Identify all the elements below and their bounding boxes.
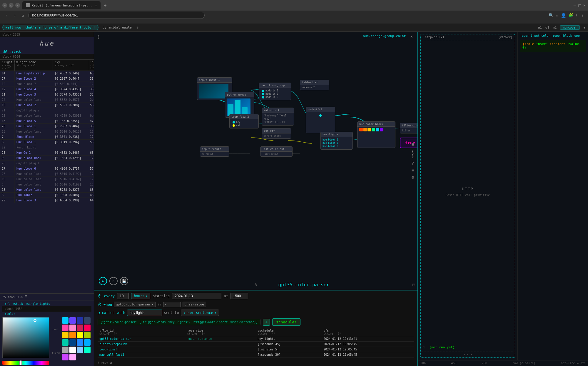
table-row[interactable]: 22 Porch Light xyxy=(0,145,94,150)
color-swatch[interactable] xyxy=(77,339,83,346)
label-n1[interactable]: n1 xyxy=(553,26,557,29)
table-row[interactable]: 11 Hue Bloom 3 [0.3374 0.4355] 33,855 xyxy=(0,92,94,97)
value-input[interactable] xyxy=(163,302,181,307)
table-row[interactable]: 26 Hue color lamp [0.5016 0.4192] 17,876 xyxy=(0,171,94,177)
table-row[interactable]: 15 Hue color lamp [0.5758 0.327] 85,083 xyxy=(0,187,94,193)
table-row[interactable]: 18 Hue color lamp [0.5016 0.4615] 17,876 xyxy=(0,129,94,134)
tab-close-button[interactable]: × xyxy=(95,4,97,7)
condition-dropdown[interactable]: :has-value xyxy=(183,302,206,307)
table-row[interactable]: 7 Shoe Bloom [0.3041 0.238] 12,754 xyxy=(0,134,94,140)
color-swatch[interactable] xyxy=(84,325,91,331)
node-close-button[interactable]: × xyxy=(410,34,413,39)
close-icon[interactable]: × xyxy=(583,3,586,8)
node-table[interactable]: table-list node-in 2 xyxy=(300,80,329,90)
color-swatch[interactable] xyxy=(69,325,76,331)
hours-dropdown[interactable]: hours ▾ xyxy=(131,293,150,299)
color-swatch[interactable] xyxy=(77,332,83,338)
table-row[interactable]: 19 Hue color lamp [0.5016 0.4182] 17,876 xyxy=(0,177,94,182)
filter-icon[interactable]: ☰ xyxy=(24,295,28,299)
table-row[interactable]: 27 Hue Bloom 2 [0.2987 0.404] 33,855 xyxy=(0,76,94,81)
minimize-icon[interactable]: — xyxy=(574,3,576,8)
refresh-icon[interactable]: ↺ xyxy=(16,295,19,299)
extension-icon[interactable]: 🧩 xyxy=(568,13,573,18)
back-button[interactable]: ‹ xyxy=(4,13,9,18)
color-swatch[interactable] xyxy=(69,339,76,346)
table-row[interactable]: 10 Hue bloom 2 [0.5321 0.288] 56,822 xyxy=(0,103,94,108)
table-row[interactable]: 21 On/Off plug 2 xyxy=(0,108,94,113)
node-loop[interactable]: loop-fitz-2 key val xyxy=(229,114,259,128)
schedule-table-row[interactable]: map-pull-fast2 [:seconds 30] 2024-01-12 … xyxy=(98,352,414,357)
color-swatch[interactable] xyxy=(77,347,83,353)
table-row[interactable]: 5 hue color lamp [0.5016 0.4192] 15,623 xyxy=(0,182,94,187)
table-row[interactable]: 28 Hue Bloom 1 [0.2987 0.404] 33,855 xyxy=(0,124,94,129)
color-swatch[interactable] xyxy=(62,317,69,324)
sent-dropdown[interactable]: :user-sentence ▾ xyxy=(181,310,219,316)
restore-icon[interactable]: □ xyxy=(578,3,581,8)
schedule-refresh-icon[interactable]: ↺ xyxy=(110,361,112,365)
color-swatch[interactable] xyxy=(84,347,91,353)
color-swatch[interactable] xyxy=(62,325,69,331)
bookmark-icon[interactable]: ☆ xyxy=(556,13,558,18)
active-tab[interactable]: Rabbit (:famous-hexagonal-se... × xyxy=(22,1,101,9)
node-python[interactable]: python-group xyxy=(225,92,254,118)
table-row[interactable]: 9 Hue bloom bool [0.1803 0.1298] 12,754 xyxy=(0,156,94,161)
play-button[interactable]: ▶ xyxy=(99,277,107,285)
color-swatch[interactable] xyxy=(84,339,91,346)
code-icon[interactable]: { } xyxy=(409,149,416,158)
settings-icon[interactable]: ⚙ xyxy=(20,295,22,299)
grid-icon[interactable]: ⊞ xyxy=(412,282,415,288)
table-row[interactable]: 23 Hue color lamp [0.4789 0.4301] 0,004 xyxy=(0,113,94,118)
bookmark-tag-eagle[interactable]: pyramidal eagle xyxy=(100,25,135,30)
label-a1[interactable]: a1 xyxy=(538,26,542,29)
minimize-button[interactable]: — xyxy=(2,3,7,8)
color-swatch[interactable] xyxy=(69,317,76,324)
color-gradient-picker[interactable] xyxy=(2,317,49,358)
search-icon[interactable]: 🔍 xyxy=(549,13,554,18)
settings2-icon[interactable]: ⚙ xyxy=(409,175,416,180)
color-cursor[interactable] xyxy=(34,319,36,322)
download-icon[interactable]: ⬇ xyxy=(576,13,578,18)
color-swatch[interactable] xyxy=(62,354,69,360)
stop-button[interactable]: ⊙ xyxy=(109,277,118,285)
table-row[interactable]: 12 Hue bloom 4 [0.3374 0.4355] 33,855 xyxy=(0,87,94,92)
label-g1[interactable]: g1 xyxy=(545,26,549,29)
menu-icon[interactable]: ⋮ xyxy=(580,13,584,18)
node-set-off[interactable]: set-off on/off state xyxy=(262,128,291,139)
noncover-button[interactable]: noncover xyxy=(560,25,579,30)
node-input-bottom[interactable]: input-result no result xyxy=(200,146,229,157)
schedule-table-row[interactable]: loop-time!! [:minutes 5] 2024-01-12 19:0… xyxy=(98,347,414,352)
hue-thumb[interactable] xyxy=(19,360,22,365)
every-value-input[interactable] xyxy=(117,293,129,299)
add-bookmark-button[interactable]: + xyxy=(136,25,139,30)
node-color-out[interactable]: list-color-out → list-output xyxy=(260,146,293,157)
table-row[interactable]: 8 Hue Bloom 1 [0.3919 0.294] 53,748 xyxy=(0,140,94,145)
table-row[interactable]: 6 End Table [0.1598 0.088] 48,698 xyxy=(0,193,94,198)
color-swatch[interactable] xyxy=(69,332,76,338)
color-swatch[interactable] xyxy=(62,332,69,338)
save-button[interactable]: 💾 xyxy=(120,277,128,285)
hue-slider[interactable] xyxy=(2,361,49,365)
color-swatch[interactable] xyxy=(69,354,76,360)
bookmark-tag-horse[interactable]: well now, that's a horse of a different … xyxy=(2,25,98,30)
forward-button[interactable]: › xyxy=(12,13,18,18)
color-swatch[interactable] xyxy=(69,347,76,353)
color-swatch[interactable] xyxy=(62,347,69,353)
node-hue-lights[interactable]: hue-lights hue-bloom 1 hue-bloom 2 hue-b… xyxy=(320,132,353,150)
color-swatch[interactable] xyxy=(77,317,83,324)
table-row[interactable]: 20 On/Off plug 1 xyxy=(0,161,94,166)
schedule-button[interactable]: schedule! xyxy=(272,318,300,326)
node-partition[interactable]: partition-group node-in 1 node-in 2 node… xyxy=(259,83,291,100)
table-row[interactable]: 29 Hue Bloom 3 [0.6364 0.298] 64,423 xyxy=(0,198,94,203)
close-window-button[interactable]: × xyxy=(15,3,20,8)
maximize-button[interactable]: □ xyxy=(9,3,14,8)
table-row[interactable]: 13 Hue Bloom 5 [0.153 0.0854] 47,818 xyxy=(0,118,94,124)
color-swatch[interactable] xyxy=(77,325,83,331)
expand-chevron[interactable]: ▾ xyxy=(583,25,586,30)
reload-button[interactable]: ↺ xyxy=(20,13,26,18)
table-row[interactable]: 17 Hue bloom 6 [0.4904 0.275] 57,827 xyxy=(0,166,94,171)
question-icon[interactable]: ? xyxy=(409,161,416,166)
flow-dropdown[interactable]: gpt35-color-parser ▾ xyxy=(114,302,156,307)
node-center[interactable]: node-if-2 xyxy=(306,107,335,133)
table-icon[interactable]: ⊞ xyxy=(409,142,416,147)
table-row[interactable]: 12 hue bloom 7 [0.502 0.404] 12,057 xyxy=(0,81,94,87)
